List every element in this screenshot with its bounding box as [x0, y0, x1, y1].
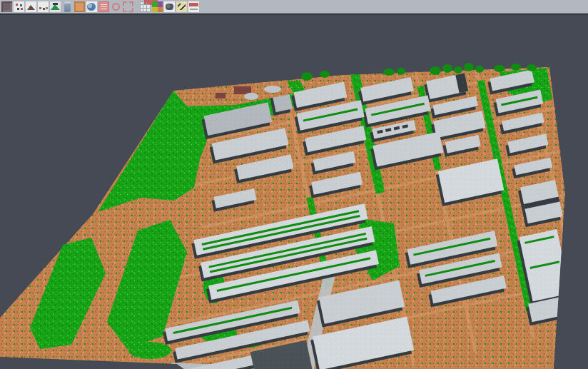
terrain-icon[interactable] — [50, 1, 61, 12]
dark-tile-icon[interactable] — [1, 1, 12, 12]
red-list-icon[interactable] — [98, 1, 109, 12]
noise-overlay — [0, 58, 588, 369]
measure-icon[interactable] — [176, 1, 187, 12]
import-points-icon[interactable] — [14, 1, 24, 12]
points-icon[interactable] — [38, 1, 49, 12]
viewport-3d[interactable] — [0, 15, 588, 369]
ortho-tile-icon[interactable] — [74, 1, 85, 12]
selection-extent-icon[interactable] — [123, 1, 133, 12]
point-cloud-scene — [0, 15, 588, 369]
panel-icon[interactable] — [62, 1, 73, 12]
terrain — [0, 24, 588, 369]
globe-icon[interactable] — [86, 1, 97, 12]
binoculars-icon[interactable] — [164, 1, 175, 12]
flag-icon[interactable] — [188, 1, 199, 12]
grid-tile-icon[interactable] — [140, 1, 151, 12]
red-ring-icon[interactable] — [111, 1, 121, 12]
toolbar — [0, 0, 588, 15]
point-cloud-viewer-window — [0, 0, 588, 369]
brown-hill-icon[interactable] — [26, 1, 36, 12]
classification-palette-icon[interactable] — [152, 1, 163, 12]
